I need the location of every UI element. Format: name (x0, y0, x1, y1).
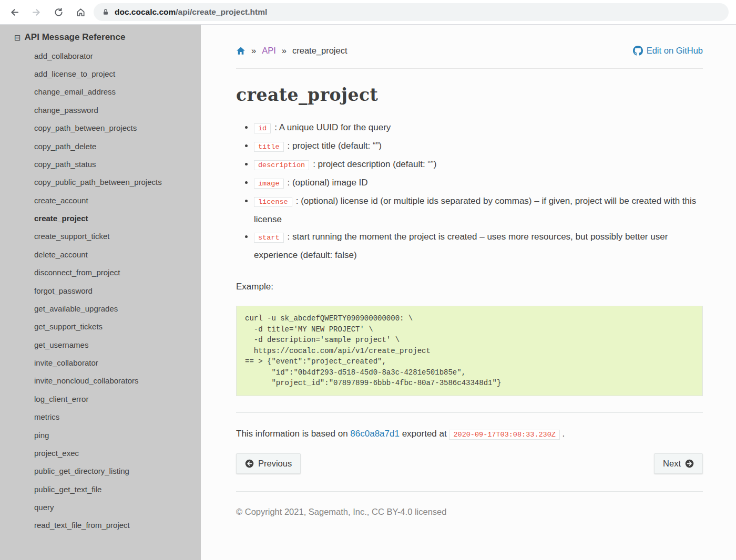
sidebar-item[interactable]: invite_noncloud_collaborators (0, 372, 201, 390)
parameter-code: id (254, 123, 271, 133)
previous-button[interactable]: Previous (236, 453, 301, 474)
parameter-code: image (254, 179, 284, 189)
url-host: doc.cocalc.com (115, 7, 176, 16)
content-divider (236, 412, 703, 413)
url-path: /api/create_project.html (176, 7, 267, 16)
page-title: create_project (236, 85, 703, 105)
home-button[interactable] (71, 3, 89, 21)
previous-label: Previous (258, 459, 292, 469)
home-icon (76, 7, 86, 17)
export-info: This information is based on 86c0a8a7d1 … (236, 429, 703, 439)
parameter-text: : project title (default: “”) (288, 141, 382, 151)
forward-icon (32, 7, 42, 17)
sidebar-item[interactable]: create_support_ticket (0, 227, 201, 245)
parameter-text: : project description (default: “”) (313, 159, 436, 169)
breadcrumb: » API » create_project Edit on GitHub (236, 46, 703, 56)
parameter-item: title: project title (default: “”) (254, 137, 703, 155)
breadcrumb-separator: » (282, 46, 287, 56)
export-info-prefix: This information is based on (236, 429, 350, 439)
parameter-item: id: A unique UUID for the query (254, 119, 703, 137)
commit-link[interactable]: 86c0a8a7d1 (350, 429, 400, 439)
home-breadcrumb-icon (236, 46, 246, 56)
reload-icon (54, 7, 64, 17)
parameter-list: id: A unique UUID for the querytitle: pr… (236, 119, 703, 264)
sidebar-item[interactable]: public_get_directory_listing (0, 462, 201, 480)
sidebar-item[interactable]: delete_account (0, 245, 201, 263)
next-arrow-icon (685, 459, 694, 468)
back-button[interactable] (5, 3, 23, 21)
parameter-text: : start running the moment the project i… (254, 232, 668, 260)
parameter-text: : (optional) image ID (288, 178, 368, 188)
breadcrumb-home-link[interactable] (236, 46, 246, 56)
export-info-suffix: . (560, 429, 565, 439)
parameter-item: start: start running the moment the proj… (254, 228, 703, 264)
sidebar-item-list: add_collaboratoradd_license_to_projectch… (0, 47, 201, 534)
reload-button[interactable] (49, 3, 67, 21)
sidebar-item[interactable]: disconnect_from_project (0, 264, 201, 282)
sidebar-item[interactable]: get_support_tickets (0, 318, 201, 336)
pager: Previous Next (236, 453, 703, 474)
parameter-item: license: (optional) license id (or multi… (254, 192, 703, 228)
sidebar-title: API Message Reference (25, 32, 126, 43)
url-bar[interactable]: doc.cocalc.com/api/create_project.html (94, 3, 729, 21)
back-icon (9, 7, 19, 17)
sidebar-item[interactable]: copy_path_status (0, 155, 201, 173)
copyright-text: © Copyright 2021, Sagemath, Inc., CC BY-… (236, 507, 703, 517)
sidebar-item[interactable]: add_license_to_project (0, 65, 201, 82)
sidebar-item[interactable]: log_client_error (0, 390, 201, 408)
sidebar-item[interactable]: metrics (0, 408, 201, 426)
parameter-text: : A unique UUID for the query (274, 122, 391, 132)
breadcrumb-api-link[interactable]: API (262, 46, 276, 56)
next-button[interactable]: Next (654, 453, 703, 474)
sidebar-item[interactable]: read_text_file_from_project (0, 516, 201, 534)
page-body: ⊟ API Message Reference add_collaborator… (0, 25, 736, 560)
code-block: curl -u sk_abcdefQWERTY090900000000: \ -… (236, 306, 703, 396)
parameter-code: start (254, 233, 284, 243)
breadcrumb-separator: » (251, 46, 256, 56)
parameter-item: description: project description (defaul… (254, 155, 703, 174)
browser-chrome: doc.cocalc.com/api/create_project.html (0, 0, 736, 25)
export-info-middle: exported at (400, 429, 449, 439)
sidebar-item[interactable]: copy_public_path_between_projects (0, 173, 201, 191)
sidebar-header: ⊟ API Message Reference (0, 32, 201, 43)
edit-on-github-link[interactable]: Edit on GitHub (633, 46, 703, 56)
sidebar-item[interactable]: create_project (0, 209, 201, 227)
sidebar-item[interactable]: copy_path_between_projects (0, 119, 201, 137)
sidebar-item[interactable]: forgot_password (0, 282, 201, 299)
collapse-icon[interactable]: ⊟ (14, 34, 21, 42)
edit-on-github-label: Edit on GitHub (647, 46, 703, 56)
breadcrumb-divider (236, 68, 703, 69)
sidebar-item[interactable]: get_usernames (0, 336, 201, 354)
sidebar-item[interactable]: get_available_upgrades (0, 299, 201, 317)
sidebar-item[interactable]: change_password (0, 101, 201, 119)
sidebar-item[interactable]: change_email_address (0, 83, 201, 101)
sidebar-item[interactable]: project_exec (0, 444, 201, 462)
next-label: Next (663, 459, 681, 469)
sidebar-item[interactable]: query (0, 498, 201, 516)
forward-button[interactable] (27, 3, 45, 21)
sidebar-item[interactable]: ping (0, 426, 201, 444)
sidebar-item[interactable]: create_account (0, 191, 201, 209)
github-icon (633, 46, 643, 56)
sidebar: ⊟ API Message Reference add_collaborator… (0, 25, 201, 560)
url-text: doc.cocalc.com/api/create_project.html (115, 7, 267, 17)
lock-icon[interactable] (102, 8, 109, 16)
previous-arrow-icon (245, 459, 254, 468)
parameter-code: title (254, 142, 284, 152)
example-label: Example: (236, 282, 703, 292)
sidebar-item[interactable]: add_collaborator (0, 47, 201, 65)
parameter-code: license (254, 197, 292, 207)
parameter-code: description (254, 160, 309, 170)
main-content: » API » create_project Edit on GitHub cr… (201, 25, 736, 560)
sidebar-item[interactable]: invite_collaborator (0, 354, 201, 371)
sidebar-item[interactable]: copy_path_delete (0, 137, 201, 155)
parameter-item: image: (optional) image ID (254, 174, 703, 192)
export-timestamp: 2020-09-17T03:08:33.230Z (449, 430, 559, 440)
footer-divider (236, 491, 703, 492)
parameter-text: : (optional) license id (or multiple ids… (254, 196, 696, 224)
sidebar-item[interactable]: public_get_text_file (0, 480, 201, 498)
breadcrumb-current: create_project (292, 46, 347, 56)
